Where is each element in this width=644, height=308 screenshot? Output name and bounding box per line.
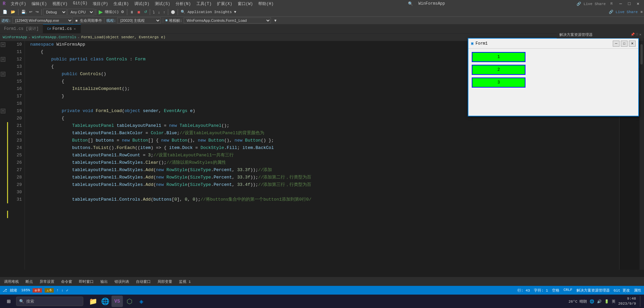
- pause-button[interactable]: ⏸: [129, 9, 135, 15]
- form1-window-controls[interactable]: ─ □ ✕: [613, 41, 636, 47]
- maximize-icon[interactable]: □: [636, 33, 638, 37]
- fold-19[interactable]: −: [1, 109, 5, 113]
- taskbar-app-vs[interactable]: VS: [111, 296, 123, 307]
- window-controls[interactable]: 🔗 Live Share R ─ □ ✕: [577, 1, 641, 6]
- menu-analyze[interactable]: 分析(N): [173, 0, 194, 7]
- status-zoom[interactable]: 185%: [21, 288, 30, 292]
- vertical-scrollbar[interactable]: [639, 41, 643, 270]
- menu-build[interactable]: 生成(B): [111, 0, 132, 7]
- tab-locals[interactable]: 局部变量: [156, 278, 174, 285]
- menu-tools[interactable]: 工具(T): [194, 0, 215, 7]
- error-badge[interactable]: ⊘ 0: [33, 288, 42, 293]
- solution-explorer-icons[interactable]: 📌 □ ✕: [631, 33, 641, 37]
- undo-button[interactable]: ↩: [28, 9, 34, 15]
- scroll-thumb[interactable]: [640, 44, 643, 64]
- maximize-button[interactable]: □: [626, 1, 633, 6]
- debug-config-select[interactable]: Debug Release: [43, 9, 67, 15]
- tab-form1-cs[interactable]: C# Form1.cs ✕: [43, 24, 81, 33]
- tab-output[interactable]: 输出: [99, 278, 109, 285]
- close-sol-icon[interactable]: ✕: [639, 33, 641, 37]
- prop-percent: Percent: [214, 166, 232, 174]
- close-button[interactable]: ✕: [635, 1, 641, 6]
- minimize-button[interactable]: ─: [617, 1, 624, 6]
- search-bar[interactable]: 🔍 搜索: [16, 297, 83, 306]
- show-desktop-button[interactable]: [640, 296, 641, 307]
- code-line-29[interactable]: tableLayoutPanel1.RowStyles.Add(new RowS…: [30, 181, 619, 189]
- cpu-select[interactable]: Any CPU: [67, 9, 94, 15]
- form1-button-1[interactable]: 1: [472, 52, 525, 62]
- method-selector[interactable]: Form1_Load(object sender, EventArgs e): [81, 35, 166, 39]
- taskbar-app-node[interactable]: ⬡: [124, 296, 135, 307]
- debug-extra-btn[interactable]: ▼: [272, 18, 279, 23]
- code-line-21[interactable]: TableLayoutPanel tableLayoutPanel1 = new…: [30, 122, 619, 130]
- code-line-22[interactable]: tableLayoutPanel1.BackColor = Color.Blue…: [30, 130, 619, 137]
- live-share-label[interactable]: 🔗 Live Share: [577, 2, 606, 6]
- tab-close-button[interactable]: ✕: [73, 27, 77, 31]
- class-selector[interactable]: WinFormsApp.Controls: [32, 35, 76, 39]
- fold-10[interactable]: −: [1, 42, 5, 47]
- tab-watch1[interactable]: 监视 1: [178, 278, 192, 285]
- tab-callstack[interactable]: 调用堆栈: [3, 278, 20, 285]
- step-over-button[interactable]: ⤵: [151, 9, 156, 15]
- pin-icon[interactable]: 📌: [631, 33, 635, 37]
- form1-button-3[interactable]: 3: [472, 78, 525, 88]
- namespace-selector[interactable]: WinFormsApp: [3, 35, 27, 39]
- form1-button-2[interactable]: 2: [472, 65, 525, 75]
- tab-command[interactable]: 命令窗: [60, 278, 74, 285]
- menu-edit[interactable]: 编辑(E): [29, 0, 50, 7]
- code-line-23[interactable]: Button[] buttons = new Button[] { new Bu…: [30, 137, 619, 144]
- open-button[interactable]: 📂: [9, 9, 17, 15]
- continue-button[interactable]: ▶: [97, 8, 104, 16]
- stop-button[interactable]: ⏹: [136, 9, 142, 15]
- new-file-button[interactable]: 📄: [1, 9, 9, 15]
- tab-form1-design[interactable]: Form1.cs [设计]: [0, 24, 43, 33]
- tab-errors[interactable]: 错误列表: [113, 278, 131, 285]
- form1-close[interactable]: ✕: [629, 41, 636, 47]
- code-line-25[interactable]: tableLayoutPanel1.RowCount = 3;//设置table…: [30, 152, 619, 159]
- menu-test[interactable]: 测试(S): [152, 0, 173, 7]
- thread-select[interactable]: [20020] 主线程: [117, 17, 161, 23]
- properties-statusbar[interactable]: 属性: [634, 288, 641, 293]
- menu-git[interactable]: Git(G): [70, 0, 90, 7]
- step-into-button[interactable]: ↓: [157, 9, 162, 15]
- stack-select[interactable]: WinFormsApp.Controls.Form1_Load: [184, 17, 271, 23]
- process-select[interactable]: [12940] WinFormsApp.exe: [12, 17, 73, 23]
- redo-button[interactable]: ↪: [34, 9, 40, 15]
- menu-extensions[interactable]: 扩展(X): [214, 0, 235, 7]
- attach-button[interactable]: ⚙: [120, 9, 126, 15]
- tab-breakpoints[interactable]: 断点: [24, 278, 34, 285]
- code-line-24[interactable]: buttons.ToList().ForEach((item) => { ite…: [30, 144, 619, 152]
- menu-file[interactable]: 文件(F): [8, 0, 29, 7]
- breakpoint-button[interactable]: ⬤: [170, 9, 176, 15]
- code-line-27[interactable]: tableLayoutPanel1.RowStyles.Add(new RowS…: [30, 166, 619, 174]
- form1-preview-window[interactable]: ▣ Form1 ─ □ ✕ 1 2 3: [468, 38, 639, 116]
- form1-minimize[interactable]: ─: [613, 41, 619, 47]
- tab-exceptions[interactable]: 异常设置: [38, 278, 56, 285]
- code-line-26[interactable]: tableLayoutPanel1.RowStyles.Clear();//清除…: [30, 159, 619, 166]
- menu-help[interactable]: 帮助(H): [256, 0, 276, 7]
- fold-14[interactable]: −: [1, 72, 5, 76]
- menu-debug[interactable]: 调试(D): [132, 0, 152, 7]
- taskbar-app-edge[interactable]: 🌐: [99, 296, 111, 307]
- save-button[interactable]: 💾 ↑: [20, 9, 27, 15]
- code-line-31[interactable]: tableLayoutPanel1.Controls.Add(buttons[0…: [30, 196, 619, 203]
- code-line-28[interactable]: tableLayoutPanel1.RowStyles.Add(new RowS…: [30, 174, 619, 181]
- git-changes[interactable]: Git 更改: [614, 288, 630, 293]
- restart-button[interactable]: ↺: [143, 9, 148, 15]
- menu-window[interactable]: 窗口(W): [235, 0, 256, 7]
- form1-maximize[interactable]: □: [621, 41, 628, 47]
- step-out-button[interactable]: ↑: [162, 9, 167, 15]
- warning-badge[interactable]: ⚠ 6: [45, 288, 54, 293]
- tab-auto[interactable]: 自动窗口: [135, 278, 152, 285]
- code-line-30[interactable]: [30, 189, 619, 196]
- tab-immediate[interactable]: 即时窗口: [78, 278, 95, 285]
- live-share-toolbar[interactable]: 🔗 Live Share: [609, 10, 638, 14]
- menu-view[interactable]: 视图(V): [50, 0, 71, 7]
- time-display: 9:48: [618, 296, 636, 301]
- fold-12[interactable]: −: [1, 57, 5, 62]
- menu-project[interactable]: 项目(P): [90, 0, 111, 7]
- start-button[interactable]: ⊞: [3, 295, 15, 307]
- solution-explorer-statusbar[interactable]: 解决方案资源管理器: [577, 288, 610, 293]
- taskbar-app-vscode[interactable]: ◈: [136, 296, 147, 307]
- taskbar-app-explorer[interactable]: 📁: [87, 296, 99, 307]
